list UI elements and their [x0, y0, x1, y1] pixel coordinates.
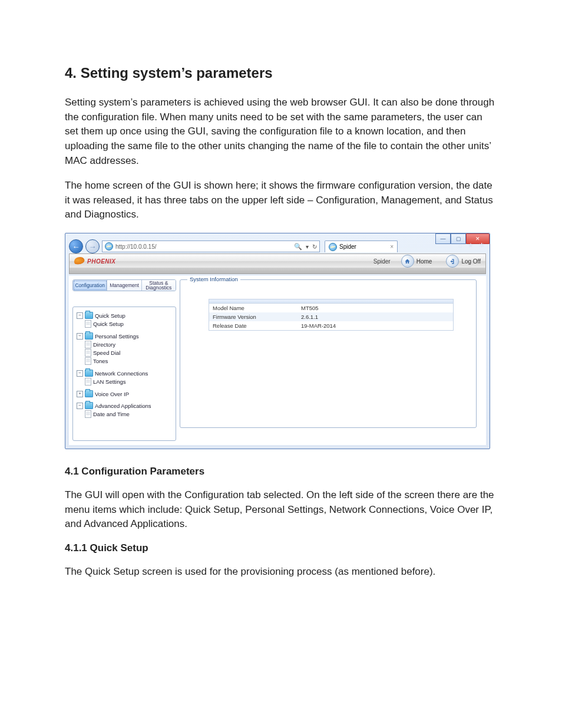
tree-item-label: LAN Settings — [93, 378, 125, 385]
row-firmware-version: Firmware Version 2.6.1.1 — [209, 312, 453, 321]
cell-key: Release Date — [213, 322, 301, 329]
logoff-link[interactable]: Log Off — [446, 255, 481, 268]
tree-header-personal-settings[interactable]: − Personal Settings — [77, 332, 172, 340]
cell-key: Firmware Version — [213, 314, 301, 320]
tree-label: Quick Setup — [95, 312, 125, 319]
tree-item-label: Tones — [93, 358, 108, 364]
collapse-icon[interactable]: − — [77, 333, 83, 340]
address-bar-tools: 🔍 ▾ ↻ — [294, 243, 317, 251]
browser-nav-bar: ← → http://10.0.0.15/ 🔍 ▾ ↻ Spider × — [69, 241, 486, 252]
tree-group-personal-settings: − Personal Settings Directory Speed Dial — [77, 332, 172, 365]
system-info-table: Model Name MT505 Firmware Version 2.6.1.… — [209, 299, 454, 331]
search-icon[interactable]: 🔍 — [294, 243, 302, 251]
ie-icon — [105, 242, 113, 251]
collapse-icon[interactable]: − — [77, 312, 83, 319]
cell-value: 2.6.1.1 — [301, 314, 318, 320]
app-toolbar: PHOENIX Spider Home Log Off — [69, 253, 486, 269]
home-link-icon — [401, 255, 414, 268]
home-icon[interactable]: ⌂ — [457, 242, 464, 249]
folder-icon — [85, 402, 93, 409]
row-model-name: Model Name MT505 — [209, 304, 453, 312]
document-page: 4. Setting system’s parameters Setting s… — [0, 0, 562, 579]
folder-icon — [85, 390, 93, 397]
tree-label: Voice Over IP — [95, 391, 129, 397]
tree-item-lan-settings[interactable]: LAN Settings — [77, 378, 172, 386]
paragraph-4: The Quick Setup screen is used for the p… — [65, 565, 497, 579]
refresh-icon[interactable]: ↻ — [312, 243, 317, 250]
paragraph-2: The home screen of the GUI is shown here… — [65, 179, 497, 222]
browser-tabs: Spider × — [325, 241, 398, 252]
home-link[interactable]: Home — [401, 255, 432, 268]
paragraph-1: Setting system’s parameters is achieved … — [65, 95, 497, 168]
subsection-4-1-1-heading: 4.1.1 Quick Setup — [65, 542, 497, 554]
tree-item-speed-dial[interactable]: Speed Dial — [77, 349, 172, 357]
collapse-icon[interactable]: − — [77, 370, 83, 377]
tree-header-quick-setup[interactable]: − Quick Setup — [77, 312, 172, 319]
doc-icon — [85, 410, 91, 418]
cell-value: 19-MAR-2014 — [301, 322, 336, 329]
logoff-link-label: Log Off — [461, 258, 481, 265]
forward-button[interactable]: → — [85, 239, 100, 253]
tab-favicon — [329, 243, 337, 251]
doc-icon — [85, 349, 91, 357]
folder-icon — [85, 312, 93, 319]
tree-group-network-connections: − Network Connections LAN Settings — [77, 370, 172, 386]
favorites-icon[interactable]: ★ — [467, 242, 474, 249]
tree-item-tones[interactable]: Tones — [77, 357, 172, 365]
tree-item-label: Date and Time — [93, 411, 130, 417]
tree-item-directory[interactable]: Directory — [77, 341, 172, 348]
toolbar-shadow — [69, 268, 486, 274]
app-content: Configuration Management Status & Diagno… — [69, 276, 486, 445]
tree-label: Network Connections — [95, 370, 148, 377]
panel-title: System Information — [187, 276, 240, 282]
tab-management[interactable]: Management — [107, 280, 141, 291]
tab-configuration[interactable]: Configuration — [73, 280, 107, 291]
doc-icon — [85, 320, 91, 328]
tab-close-icon[interactable]: × — [390, 243, 394, 250]
settings-icon[interactable]: ✲ — [478, 242, 485, 249]
collapse-icon[interactable]: − — [77, 403, 83, 409]
tab-title: Spider — [339, 243, 356, 250]
folder-icon — [85, 370, 93, 377]
tree-group-voip: + Voice Over IP — [77, 390, 172, 397]
tree-header-advanced-applications[interactable]: − Advanced Applications — [77, 402, 172, 409]
gui-screenshot: — ▢ ✕ ← → http://10.0.0.15/ 🔍 ▾ ↻ Spider — [65, 233, 490, 449]
cell-value: MT505 — [301, 305, 319, 311]
folder-icon — [85, 332, 93, 340]
paragraph-3: The GUI will open with the Configuration… — [65, 488, 497, 532]
sidebar-tabs: Configuration Management Status & Diagno… — [72, 279, 176, 291]
browser-tool-icons: ⌂ ★ ✲ — [457, 242, 485, 249]
back-button[interactable]: ← — [69, 239, 83, 253]
system-information-panel: System Information Model Name MT505 Firm… — [180, 279, 477, 428]
table-header-bar — [209, 299, 453, 304]
tab-status-diagnostics[interactable]: Status & Diagnostics — [142, 280, 176, 291]
tree-item-label: Speed Dial — [93, 350, 120, 356]
subsection-4-1-heading: 4.1 Configuration Parameters — [65, 466, 497, 477]
address-bar[interactable]: http://10.0.0.15/ 🔍 ▾ ↻ — [102, 241, 320, 252]
tree-item-date-and-time[interactable]: Date and Time — [77, 410, 172, 418]
tree-item-label: Directory — [93, 341, 115, 348]
sidebar: Configuration Management Status & Diagno… — [69, 276, 180, 445]
tree-item-label: Quick Setup — [93, 321, 124, 327]
browser-tab-spider[interactable]: Spider × — [325, 241, 398, 252]
tree-item-quick-setup[interactable]: Quick Setup — [77, 320, 172, 328]
app-name-label: Spider — [373, 258, 391, 265]
url-text: http://10.0.0.15/ — [115, 243, 157, 250]
dropdown-icon[interactable]: ▾ — [306, 243, 309, 250]
doc-icon — [85, 357, 91, 365]
logoff-link-icon — [446, 255, 459, 268]
home-link-label: Home — [416, 258, 432, 265]
doc-icon — [85, 341, 91, 348]
tree-header-voip[interactable]: + Voice Over IP — [77, 390, 172, 397]
section-heading: 4. Setting system’s parameters — [65, 65, 497, 81]
row-release-date: Release Date 19-MAR-2014 — [209, 321, 453, 330]
tree-label: Personal Settings — [95, 333, 138, 340]
expand-icon[interactable]: + — [77, 391, 83, 397]
tree-header-network-connections[interactable]: − Network Connections — [77, 370, 172, 377]
sidebar-tree: − Quick Setup Quick Setup − — [72, 307, 176, 441]
tree-group-quick-setup: − Quick Setup Quick Setup — [77, 312, 172, 328]
cell-key: Model Name — [213, 305, 301, 311]
doc-icon — [85, 378, 91, 386]
tree-group-advanced-applications: − Advanced Applications Date and Time — [77, 402, 172, 418]
main-panel: System Information Model Name MT505 Firm… — [180, 276, 486, 445]
